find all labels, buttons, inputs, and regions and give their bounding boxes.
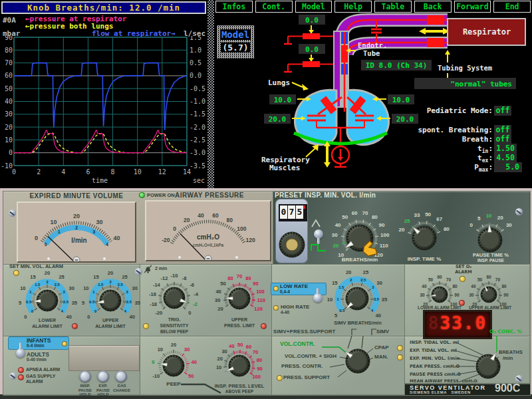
svg-text:5: 5 [334, 313, 337, 319]
svg-text:-12: -12 [161, 275, 168, 281]
svg-text:-6: -6 [190, 282, 194, 288]
lungs-arrow-icon [292, 82, 309, 90]
svg-text:25: 25 [363, 269, 368, 275]
gas-change-button[interactable] [115, 370, 127, 382]
svg-text:50: 50 [188, 373, 194, 379]
svg-text:0: 0 [12, 168, 16, 176]
svg-text:30: 30 [184, 346, 190, 352]
patient-range-toggle[interactable] [16, 348, 25, 358]
svg-text:-3.0: -3.0 [190, 149, 205, 156]
svg-text:50: 50 [342, 214, 348, 220]
meter-tick: 40 [113, 235, 120, 241]
svg-text:100: 100 [499, 302, 507, 307]
screw-icon [9, 209, 16, 217]
meter-tick: 20 [184, 217, 190, 223]
menu-forward[interactable]: Forward [454, 1, 491, 13]
svg-text:12: 12 [158, 168, 166, 176]
svg-text:5: 5 [82, 300, 84, 306]
expired-minute-volume-meter: 0 10 20 30 40 0 1 2 3 4 l/min [17, 201, 136, 263]
apnea-alarm-label: APNEA ALARM [26, 367, 60, 372]
svg-text:50: 50 [428, 277, 434, 281]
svg-text:0: 0 [31, 309, 33, 313]
mode-press-contr[interactable]: PRESS. CONTR. [281, 363, 323, 369]
svg-text:3.5: 3.5 [374, 297, 380, 301]
spont-breathing-label: spont. Breathing: [372, 125, 493, 135]
svg-text:80: 80 [372, 214, 378, 220]
svg-text:50: 50 [477, 277, 483, 281]
mode-selector-knob[interactable] [318, 321, 398, 399]
menu-table[interactable]: Table [374, 1, 412, 13]
svg-text:70: 70 [495, 277, 501, 281]
svg-text:2.5: 2.5 [360, 278, 366, 282]
window-id: #0A [3, 16, 16, 25]
svg-text:0: 0 [9, 149, 13, 156]
resistance-left-value: 10.0 [274, 96, 292, 104]
svg-text:30: 30 [221, 348, 227, 354]
svg-text:40: 40 [376, 313, 381, 319]
svg-text:5: 5 [477, 215, 481, 221]
menu-infos[interactable]: Infos [215, 1, 253, 13]
tin-label: tin: [372, 144, 493, 154]
svg-text:15: 15 [332, 280, 337, 286]
meter-inner-tick: 4 [106, 242, 108, 247]
screw-icon [135, 268, 142, 275]
svg-text:90: 90 [257, 366, 262, 372]
menu-end[interactable]: End [493, 1, 531, 13]
svg-text:90: 90 [5, 36, 13, 41]
svg-text:20: 20 [332, 243, 338, 249]
svg-text:25: 25 [59, 274, 64, 280]
breath-value: off [494, 134, 511, 144]
svg-text:70: 70 [362, 210, 368, 216]
menu-model[interactable]: Model [295, 1, 332, 13]
man-led [397, 354, 403, 360]
svg-text:20: 20 [217, 306, 223, 312]
svg-text:40: 40 [191, 359, 196, 365]
insp-pause-hold-button[interactable] [79, 370, 91, 382]
svg-text:-0.5: -0.5 [190, 85, 205, 92]
svg-text:0: 0 [24, 314, 27, 320]
svg-text:60: 60 [5, 72, 13, 79]
gas-change-label: GASCHANGE [108, 384, 136, 392]
breath-label: Breath: [372, 134, 493, 144]
o2-upper-alarm-knob[interactable]: 2030405060708090100 [449, 255, 529, 334]
svg-text:30: 30 [332, 232, 338, 238]
svg-text:20: 20 [472, 302, 477, 307]
exp-pause-hold-button[interactable] [97, 370, 109, 382]
menu-help[interactable]: Help [334, 1, 372, 13]
insp-press-level-knob[interactable]: 102030405060708090100 [200, 326, 279, 399]
infants-led [62, 341, 67, 346]
low-rate-range: 0,4-4 [280, 289, 290, 294]
meter-tick: 80 [226, 217, 233, 223]
spont-breathing-value: off [494, 125, 511, 135]
menu-back[interactable]: Back [414, 1, 452, 13]
meter-tick: 10 [51, 219, 57, 225]
tubes-value: "normal" tubes [450, 80, 512, 88]
svg-text:2.5: 2.5 [55, 283, 61, 287]
mode-vol-contr[interactable]: VOL.CONTR. [280, 340, 315, 347]
high-rate-label: HIGH RATE [281, 304, 309, 310]
svg-text:10: 10 [327, 297, 332, 303]
svg-text:40: 40 [215, 289, 221, 295]
svg-text:80: 80 [257, 357, 262, 363]
svg-text:30: 30 [420, 293, 425, 297]
svg-text:10: 10 [338, 252, 344, 258]
menu-cont[interactable]: Cont. [255, 1, 293, 13]
svg-text:6: 6 [86, 168, 90, 176]
svg-text:-3.5: -3.5 [190, 162, 205, 170]
svg-text:-1.0: -1.0 [190, 98, 205, 105]
screw-icon [9, 372, 17, 380]
svg-text:-16: -16 [149, 291, 156, 297]
ventilator-simulator-screen: Knob Breaths/min: 12.0 /min #0A ←pressur… [0, 0, 532, 399]
display-selector-knob[interactable] [448, 327, 528, 399]
svg-text:30: 30 [506, 222, 512, 228]
svg-text:-2.5: -2.5 [190, 136, 205, 144]
pmax-label: Pmax: [372, 162, 493, 172]
svg-text:2: 2 [37, 168, 41, 176]
pediatric-mode-value: off [494, 106, 511, 116]
expired-minute-volume-title: EXPIRED MINUTE VOLUME [17, 192, 136, 200]
muscle-pressure-source [332, 146, 349, 167]
screw-icon [515, 208, 523, 215]
svg-text:2: 2 [109, 280, 111, 284]
svg-text:20: 20 [5, 124, 13, 131]
patient-range-toggle-lever[interactable] [19, 342, 22, 350]
